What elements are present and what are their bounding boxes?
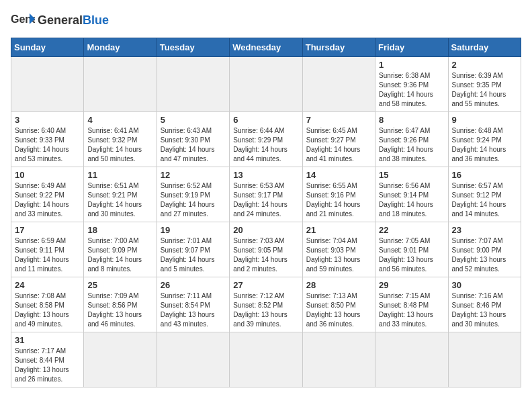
calendar-week-row: 1Sunrise: 6:38 AM Sunset: 9:36 PM Daylig…	[11, 57, 521, 112]
calendar-cell	[84, 57, 157, 112]
calendar-cell: 27Sunrise: 7:12 AM Sunset: 8:52 PM Dayli…	[230, 277, 302, 332]
calendar-cell: 25Sunrise: 7:09 AM Sunset: 8:56 PM Dayli…	[84, 277, 157, 332]
calendar-cell: 5Sunrise: 6:43 AM Sunset: 9:30 PM Daylig…	[157, 112, 229, 167]
day-info: Sunrise: 7:13 AM Sunset: 8:50 PM Dayligh…	[306, 291, 371, 329]
day-info: Sunrise: 6:39 AM Sunset: 9:35 PM Dayligh…	[452, 71, 517, 109]
calendar-cell: 13Sunrise: 6:53 AM Sunset: 9:17 PM Dayli…	[230, 167, 302, 222]
day-info: Sunrise: 7:07 AM Sunset: 9:00 PM Dayligh…	[452, 236, 517, 274]
day-number: 3	[15, 115, 80, 125]
calendar-cell: 23Sunrise: 7:07 AM Sunset: 9:00 PM Dayli…	[448, 222, 521, 277]
calendar-cell	[302, 57, 375, 112]
day-info: Sunrise: 6:41 AM Sunset: 9:32 PM Dayligh…	[87, 126, 152, 164]
calendar-cell	[375, 332, 448, 387]
day-number: 20	[233, 225, 298, 235]
calendar: SundayMondayTuesdayWednesdayThursdayFrid…	[11, 38, 521, 387]
day-info: Sunrise: 6:47 AM Sunset: 9:26 PM Dayligh…	[379, 126, 444, 164]
day-info: Sunrise: 6:40 AM Sunset: 9:33 PM Dayligh…	[15, 126, 80, 164]
calendar-cell: 19Sunrise: 7:01 AM Sunset: 9:07 PM Dayli…	[157, 222, 229, 277]
day-info: Sunrise: 7:11 AM Sunset: 8:54 PM Dayligh…	[161, 291, 226, 329]
day-number: 14	[306, 170, 371, 180]
day-number: 6	[233, 115, 298, 125]
day-info: Sunrise: 6:56 AM Sunset: 9:14 PM Dayligh…	[379, 181, 444, 219]
calendar-cell: 18Sunrise: 7:00 AM Sunset: 9:09 PM Dayli…	[84, 222, 157, 277]
day-info: Sunrise: 6:45 AM Sunset: 9:27 PM Dayligh…	[306, 126, 371, 164]
day-info: Sunrise: 7:09 AM Sunset: 8:56 PM Dayligh…	[87, 291, 152, 329]
calendar-week-row: 31Sunrise: 7:17 AM Sunset: 8:44 PM Dayli…	[11, 332, 521, 387]
day-number: 13	[233, 170, 298, 180]
day-info: Sunrise: 6:44 AM Sunset: 9:29 PM Dayligh…	[233, 126, 298, 164]
calendar-cell	[11, 57, 84, 112]
calendar-cell: 30Sunrise: 7:16 AM Sunset: 8:46 PM Dayli…	[448, 277, 521, 332]
calendar-cell: 14Sunrise: 6:55 AM Sunset: 9:16 PM Dayli…	[302, 167, 375, 222]
day-info: Sunrise: 7:17 AM Sunset: 8:44 PM Dayligh…	[15, 347, 80, 384]
col-header-monday: Monday	[84, 38, 157, 57]
logo-text: GeneralBlue	[38, 13, 109, 28]
calendar-cell: 24Sunrise: 7:08 AM Sunset: 8:58 PM Dayli…	[11, 277, 84, 332]
day-info: Sunrise: 7:16 AM Sunset: 8:46 PM Dayligh…	[452, 291, 517, 329]
calendar-cell: 12Sunrise: 6:52 AM Sunset: 9:19 PM Dayli…	[157, 167, 229, 222]
day-number: 7	[306, 115, 371, 125]
calendar-cell: 11Sunrise: 6:51 AM Sunset: 9:21 PM Dayli…	[84, 167, 157, 222]
calendar-week-row: 17Sunrise: 6:59 AM Sunset: 9:11 PM Dayli…	[11, 222, 521, 277]
day-info: Sunrise: 7:01 AM Sunset: 9:07 PM Dayligh…	[161, 236, 226, 274]
calendar-cell: 22Sunrise: 7:05 AM Sunset: 9:01 PM Dayli…	[375, 222, 448, 277]
calendar-cell	[84, 332, 157, 387]
calendar-cell: 20Sunrise: 7:03 AM Sunset: 9:05 PM Dayli…	[230, 222, 302, 277]
calendar-cell: 29Sunrise: 7:15 AM Sunset: 8:48 PM Dayli…	[375, 277, 448, 332]
day-info: Sunrise: 6:53 AM Sunset: 9:17 PM Dayligh…	[233, 181, 298, 219]
day-info: Sunrise: 6:57 AM Sunset: 9:12 PM Dayligh…	[452, 181, 517, 219]
col-header-thursday: Thursday	[302, 38, 375, 57]
col-header-sunday: Sunday	[11, 38, 84, 57]
calendar-cell	[230, 332, 302, 387]
calendar-cell: 31Sunrise: 7:17 AM Sunset: 8:44 PM Dayli…	[11, 332, 84, 387]
day-number: 19	[161, 225, 226, 235]
day-info: Sunrise: 6:48 AM Sunset: 9:24 PM Dayligh…	[452, 126, 517, 164]
day-number: 24	[15, 280, 80, 290]
day-number: 31	[15, 335, 80, 345]
day-number: 11	[87, 170, 152, 180]
calendar-cell: 8Sunrise: 6:47 AM Sunset: 9:26 PM Daylig…	[375, 112, 448, 167]
day-info: Sunrise: 6:51 AM Sunset: 9:21 PM Dayligh…	[87, 181, 152, 219]
day-number: 5	[161, 115, 226, 125]
day-info: Sunrise: 7:05 AM Sunset: 9:01 PM Dayligh…	[379, 236, 444, 274]
day-number: 12	[161, 170, 226, 180]
calendar-cell: 28Sunrise: 7:13 AM Sunset: 8:50 PM Dayli…	[302, 277, 375, 332]
day-info: Sunrise: 6:43 AM Sunset: 9:30 PM Dayligh…	[161, 126, 226, 164]
day-number: 15	[379, 170, 444, 180]
day-info: Sunrise: 7:03 AM Sunset: 9:05 PM Dayligh…	[233, 236, 298, 274]
calendar-cell: 7Sunrise: 6:45 AM Sunset: 9:27 PM Daylig…	[302, 112, 375, 167]
day-info: Sunrise: 6:59 AM Sunset: 9:11 PM Dayligh…	[15, 236, 80, 274]
day-info: Sunrise: 7:08 AM Sunset: 8:58 PM Dayligh…	[15, 291, 80, 329]
col-header-saturday: Saturday	[448, 38, 521, 57]
day-number: 1	[379, 60, 444, 70]
col-header-wednesday: Wednesday	[230, 38, 302, 57]
day-number: 28	[306, 280, 371, 290]
calendar-week-row: 10Sunrise: 6:49 AM Sunset: 9:22 PM Dayli…	[11, 167, 521, 222]
calendar-week-row: 24Sunrise: 7:08 AM Sunset: 8:58 PM Dayli…	[11, 277, 521, 332]
calendar-cell	[230, 57, 302, 112]
day-number: 8	[379, 115, 444, 125]
day-number: 16	[452, 170, 517, 180]
day-number: 21	[306, 225, 371, 235]
day-number: 23	[452, 225, 517, 235]
day-number: 25	[87, 280, 152, 290]
day-info: Sunrise: 6:55 AM Sunset: 9:16 PM Dayligh…	[306, 181, 371, 219]
col-header-friday: Friday	[375, 38, 448, 57]
day-number: 27	[233, 280, 298, 290]
day-number: 9	[452, 115, 517, 125]
calendar-cell	[448, 332, 521, 387]
calendar-cell: 16Sunrise: 6:57 AM Sunset: 9:12 PM Dayli…	[448, 167, 521, 222]
calendar-cell: 26Sunrise: 7:11 AM Sunset: 8:54 PM Dayli…	[157, 277, 229, 332]
calendar-cell	[302, 332, 375, 387]
day-number: 18	[87, 225, 152, 235]
day-number: 29	[379, 280, 444, 290]
logo: General GeneralBlue	[11, 11, 109, 30]
col-header-tuesday: Tuesday	[157, 38, 229, 57]
calendar-cell: 21Sunrise: 7:04 AM Sunset: 9:03 PM Dayli…	[302, 222, 375, 277]
calendar-cell: 4Sunrise: 6:41 AM Sunset: 9:32 PM Daylig…	[84, 112, 157, 167]
day-number: 30	[452, 280, 517, 290]
day-info: Sunrise: 7:00 AM Sunset: 9:09 PM Dayligh…	[87, 236, 152, 274]
day-number: 4	[87, 115, 152, 125]
day-info: Sunrise: 6:38 AM Sunset: 9:36 PM Dayligh…	[379, 71, 444, 109]
calendar-header-row: SundayMondayTuesdayWednesdayThursdayFrid…	[11, 38, 521, 57]
